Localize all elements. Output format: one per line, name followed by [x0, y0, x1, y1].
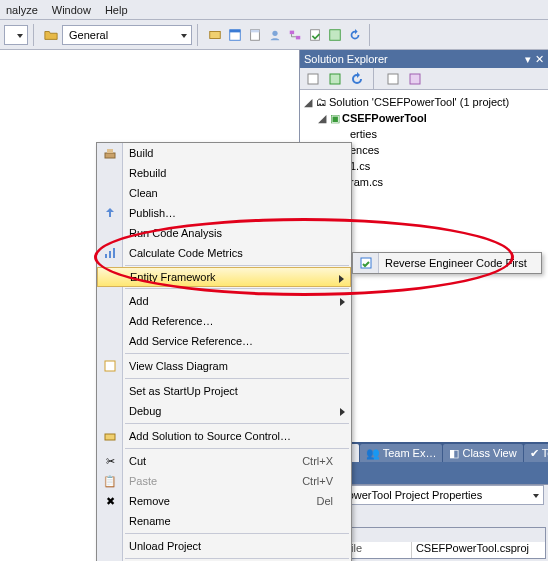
object-browser-icon[interactable]	[326, 26, 344, 44]
class-view-icon[interactable]	[286, 26, 304, 44]
menu-bar: nalyze Window Help	[0, 0, 548, 20]
svg-rect-0	[210, 31, 221, 38]
svg-rect-14	[105, 153, 115, 158]
menu-analyze[interactable]: nalyze	[6, 4, 38, 16]
svg-rect-13	[410, 74, 420, 84]
tree-project-row[interactable]: ◢ ▣ CSEFPowerTool	[302, 110, 546, 126]
dropdown-general-label: General	[69, 29, 108, 41]
svg-rect-19	[105, 361, 115, 371]
ctx-view-class-diagram[interactable]: View Class Diagram	[97, 356, 351, 376]
ctx-debug[interactable]: Debug	[97, 401, 351, 421]
submenu-arrow-icon	[339, 275, 344, 283]
refresh-icon[interactable]	[346, 26, 364, 44]
ctx-rebuild[interactable]: Rebuild	[97, 163, 351, 183]
svg-rect-10	[308, 74, 318, 84]
show-all-icon[interactable]	[326, 70, 344, 88]
toolbox-icon[interactable]	[206, 26, 224, 44]
ctx-add-service-reference[interactable]: Add Service Reference…	[97, 331, 351, 351]
submenu-arrow-icon	[340, 298, 345, 306]
metrics-icon	[102, 245, 118, 261]
svg-rect-12	[388, 74, 398, 84]
class-diagram-icon	[102, 358, 118, 374]
ctx-calculate-code-metrics[interactable]: Calculate Code Metrics	[97, 243, 351, 263]
solution-explorer-icon[interactable]	[246, 26, 264, 44]
chevron-down-icon[interactable]: ▾	[525, 53, 531, 66]
ctx-add[interactable]: Add	[97, 291, 351, 311]
menu-help[interactable]: Help	[105, 4, 128, 16]
build-icon	[102, 145, 118, 161]
solution-explorer-title-bar: Solution Explorer ▾ ✕	[300, 50, 548, 68]
ctx-remove[interactable]: ✖ RemoveDel	[97, 491, 351, 511]
ctx-unload-project[interactable]: Unload Project	[97, 536, 351, 556]
svg-rect-18	[113, 248, 115, 258]
csproj-icon: ▣	[330, 112, 340, 125]
ctx-publish[interactable]: Publish…	[97, 203, 351, 223]
ctx-rename[interactable]: Rename	[97, 511, 351, 531]
start-page-icon[interactable]	[226, 26, 244, 44]
svg-rect-9	[330, 29, 341, 40]
menu-window[interactable]: Window	[52, 4, 91, 16]
refresh-small-icon[interactable]	[348, 70, 366, 88]
ctx-add-source-control[interactable]: Add Solution to Source Control…	[97, 426, 351, 446]
solution-label: Solution 'CSEFPowerTool' (1 project)	[329, 96, 509, 108]
ctx-clean[interactable]: Clean	[97, 183, 351, 203]
svg-rect-21	[361, 258, 371, 268]
source-control-icon	[102, 428, 118, 444]
folder-open-icon[interactable]	[42, 26, 60, 44]
svg-rect-6	[290, 30, 294, 34]
svg-rect-7	[296, 35, 300, 39]
solution-explorer-toolbar	[300, 68, 548, 90]
close-icon[interactable]: ✕	[535, 53, 544, 66]
ctx-reverse-engineer-code-first[interactable]: Reverse Engineer Code First	[353, 253, 541, 273]
publish-icon	[102, 205, 118, 221]
svg-rect-15	[107, 149, 113, 153]
ctx-add-reference[interactable]: Add Reference…	[97, 311, 351, 331]
properties-icon[interactable]	[306, 26, 324, 44]
context-menu: Build Rebuild Clean Publish… Run Code An…	[96, 142, 352, 561]
tab-team-explorer[interactable]: 👥Team Ex…	[360, 444, 443, 462]
team-explorer-icon[interactable]	[266, 26, 284, 44]
properties-value: CSEFPowerTool.csproj	[412, 542, 533, 558]
svg-point-5	[272, 30, 277, 35]
ctx-run-code-analysis[interactable]: Run Code Analysis	[97, 223, 351, 243]
ctx-build[interactable]: Build	[97, 143, 351, 163]
view-designer-icon[interactable]	[406, 70, 424, 88]
svg-rect-20	[105, 434, 115, 440]
properties-small-icon[interactable]	[304, 70, 322, 88]
dropdown-general[interactable]: General	[62, 25, 192, 45]
tree-row[interactable]: erties	[302, 126, 546, 142]
view-code-icon[interactable]	[384, 70, 402, 88]
cut-icon: ✂	[102, 453, 118, 469]
ctx-entity-framework[interactable]: Entity Framework	[97, 267, 351, 287]
svg-rect-17	[109, 251, 111, 258]
svg-rect-11	[330, 74, 340, 84]
remove-icon: ✖	[102, 493, 118, 509]
tool-bar: General	[0, 20, 548, 50]
svg-rect-4	[251, 29, 260, 32]
tab-test-view[interactable]: ✔Test View	[524, 444, 548, 462]
ctx-paste: 📋 PasteCtrl+V	[97, 471, 351, 491]
tree-solution-row[interactable]: ◢ 🗂 Solution 'CSEFPowerTool' (1 project)	[302, 94, 546, 110]
entity-framework-submenu: Reverse Engineer Code First	[352, 252, 542, 274]
dropdown-unknown[interactable]	[4, 25, 28, 45]
solution-icon: 🗂	[316, 96, 327, 108]
ctx-cut[interactable]: ✂ CutCtrl+X	[97, 451, 351, 471]
svg-rect-16	[105, 254, 107, 258]
svg-rect-2	[230, 29, 241, 32]
tab-class-view[interactable]: ◧Class View	[443, 444, 522, 462]
paste-icon: 📋	[102, 473, 118, 489]
project-label: CSEFPowerTool	[342, 112, 427, 124]
solution-explorer-title: Solution Explorer	[304, 53, 388, 65]
submenu-arrow-icon	[340, 408, 345, 416]
code-first-icon	[358, 255, 374, 271]
ctx-set-startup[interactable]: Set as StartUp Project	[97, 381, 351, 401]
